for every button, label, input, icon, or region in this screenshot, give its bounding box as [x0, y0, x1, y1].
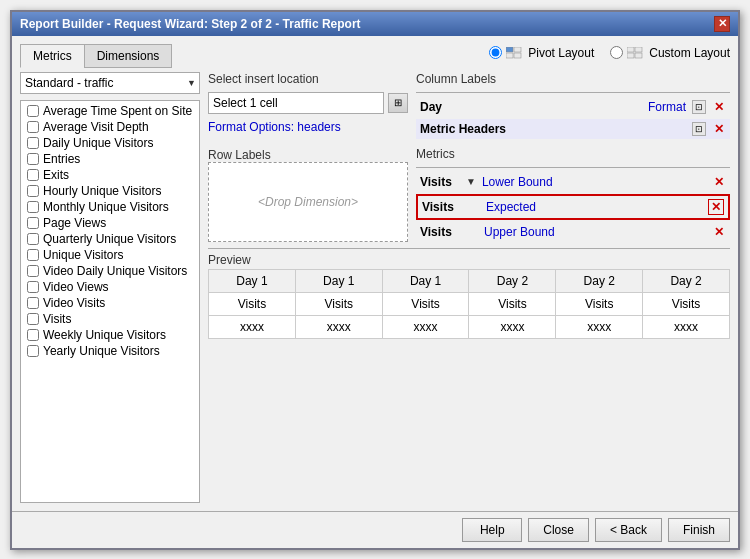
- insert-input[interactable]: [208, 92, 384, 114]
- back-button[interactable]: < Back: [595, 518, 662, 542]
- row-labels-header: Row Labels: [208, 148, 408, 162]
- item-checkbox[interactable]: [27, 153, 39, 165]
- metric-upper-remove[interactable]: ✕: [712, 225, 726, 239]
- item-checkbox[interactable]: [27, 201, 39, 213]
- item-checkbox[interactable]: [27, 121, 39, 133]
- body-row: Standard - traffic Average Time Spent on…: [20, 72, 730, 503]
- metric-row-upper: Visits Upper Bound ✕: [416, 222, 730, 242]
- list-item[interactable]: Weekly Unique Visitors: [23, 327, 197, 343]
- item-label: Monthly Unique Visitors: [43, 200, 169, 214]
- svg-rect-4: [627, 47, 634, 52]
- layout-options: Pivot Layout Custom Layout: [489, 44, 730, 60]
- preview-cell: Day 2: [556, 269, 643, 292]
- preview-cell: Day 2: [643, 269, 730, 292]
- item-checkbox[interactable]: [27, 233, 39, 245]
- list-item[interactable]: Visits: [23, 311, 197, 327]
- tab-metrics[interactable]: Metrics: [20, 44, 84, 68]
- list-item[interactable]: Hourly Unique Visitors: [23, 183, 197, 199]
- list-item[interactable]: Video Daily Unique Visitors: [23, 263, 197, 279]
- pivot-layout-option[interactable]: Pivot Layout: [489, 46, 594, 60]
- column-label-day-format[interactable]: Format: [648, 100, 686, 114]
- item-checkbox[interactable]: [27, 297, 39, 309]
- preview-header: Preview: [208, 253, 730, 267]
- preview-cell: Day 2: [469, 269, 556, 292]
- item-label: Unique Visitors: [43, 248, 123, 262]
- drop-dimension-box[interactable]: <Drop Dimension>: [208, 162, 408, 242]
- metric-expected-remove[interactable]: ✕: [708, 199, 724, 215]
- table-icon: ⊡: [695, 102, 703, 112]
- help-button[interactable]: Help: [462, 518, 522, 542]
- finish-button[interactable]: Finish: [668, 518, 730, 542]
- list-item[interactable]: Video Views: [23, 279, 197, 295]
- item-label: Quarterly Unique Visitors: [43, 232, 176, 246]
- sort-arrow-icon: ▼: [466, 176, 476, 187]
- metrics-dropdown-wrapper: Standard - traffic: [20, 72, 200, 94]
- item-checkbox[interactable]: [27, 185, 39, 197]
- list-item[interactable]: Unique Visitors: [23, 247, 197, 263]
- column-label-day-remove[interactable]: ✕: [712, 100, 726, 114]
- metric-row-expected: Visits Expected ✕: [416, 194, 730, 220]
- metric-upper-bound-link[interactable]: Upper Bound: [484, 225, 706, 239]
- custom-layout-label: Custom Layout: [649, 46, 730, 60]
- select-insert-box: ⊞: [208, 92, 408, 114]
- list-item[interactable]: Exits: [23, 167, 197, 183]
- metric-expected-link[interactable]: Expected: [486, 200, 702, 214]
- format-options-link[interactable]: Format Options: headers: [208, 120, 408, 134]
- preview-data-row2: xxxx xxxx xxxx xxxx xxxx xxxx: [209, 315, 730, 338]
- metrics-list[interactable]: Average Time Spent on Site Average Visit…: [20, 100, 200, 503]
- close-button-footer[interactable]: Close: [528, 518, 589, 542]
- column-label-metric-remove[interactable]: ✕: [712, 122, 726, 136]
- item-checkbox[interactable]: [27, 249, 39, 261]
- preview-cell: xxxx: [295, 315, 382, 338]
- custom-layout-option[interactable]: Custom Layout: [610, 46, 730, 60]
- preview-cell: Day 1: [295, 269, 382, 292]
- list-item[interactable]: Entries: [23, 151, 197, 167]
- svg-rect-5: [635, 47, 642, 52]
- main-window: Report Builder - Request Wizard: Step 2 …: [10, 10, 740, 550]
- list-item[interactable]: Video Visits: [23, 295, 197, 311]
- item-checkbox[interactable]: [27, 265, 39, 277]
- item-label: Video Views: [43, 280, 109, 294]
- column-label-day-icon-btn[interactable]: ⊡: [692, 100, 706, 114]
- column-labels-header: Column Labels: [416, 72, 730, 86]
- metric-visits-label-2: Visits: [422, 200, 462, 214]
- metrics-section: Metrics Visits ▼ Lower Bound ✕: [416, 147, 730, 242]
- tab-dimensions[interactable]: Dimensions: [84, 44, 173, 68]
- list-item[interactable]: Average Time Spent on Site: [23, 103, 197, 119]
- item-checkbox[interactable]: [27, 329, 39, 341]
- list-item[interactable]: Daily Unique Visitors: [23, 135, 197, 151]
- metric-row-lower: Visits ▼ Lower Bound ✕: [416, 172, 730, 192]
- grid-icon: ⊞: [394, 97, 402, 108]
- title-bar: Report Builder - Request Wizard: Step 2 …: [12, 12, 738, 36]
- metrics-dropdown[interactable]: Standard - traffic: [20, 72, 200, 94]
- item-label: Video Visits: [43, 296, 105, 310]
- metric-lower-remove[interactable]: ✕: [712, 175, 726, 189]
- item-checkbox[interactable]: [27, 169, 39, 181]
- list-item[interactable]: Average Visit Depth: [23, 119, 197, 135]
- preview-table: Day 1 Day 1 Day 1 Day 2 Day 2 Day 2 Visi…: [208, 269, 730, 339]
- drop-dimension-placeholder: <Drop Dimension>: [258, 195, 358, 209]
- item-label: Average Visit Depth: [43, 120, 149, 134]
- preview-cell: Visits: [295, 292, 382, 315]
- list-item[interactable]: Quarterly Unique Visitors: [23, 231, 197, 247]
- item-checkbox[interactable]: [27, 105, 39, 117]
- metric-lower-bound-link[interactable]: Lower Bound: [482, 175, 706, 189]
- left-panel: Standard - traffic Average Time Spent on…: [20, 72, 200, 503]
- main-content: Metrics Dimensions Pivot Layout: [12, 36, 738, 511]
- column-label-metric-icon-btn[interactable]: ⊡: [692, 122, 706, 136]
- item-checkbox[interactable]: [27, 137, 39, 149]
- footer: Help Close < Back Finish: [12, 511, 738, 548]
- item-label: Exits: [43, 168, 69, 182]
- item-checkbox[interactable]: [27, 217, 39, 229]
- list-item[interactable]: Monthly Unique Visitors: [23, 199, 197, 215]
- custom-layout-icon: [627, 46, 645, 60]
- preview-header-row: Day 1 Day 1 Day 1 Day 2 Day 2 Day 2: [209, 269, 730, 292]
- list-item[interactable]: Page Views: [23, 215, 197, 231]
- item-checkbox[interactable]: [27, 345, 39, 357]
- item-checkbox[interactable]: [27, 281, 39, 293]
- item-label: Average Time Spent on Site: [43, 104, 192, 118]
- insert-icon-button[interactable]: ⊞: [388, 93, 408, 113]
- list-item[interactable]: Yearly Unique Visitors: [23, 343, 197, 359]
- close-button[interactable]: ✕: [714, 16, 730, 32]
- item-checkbox[interactable]: [27, 313, 39, 325]
